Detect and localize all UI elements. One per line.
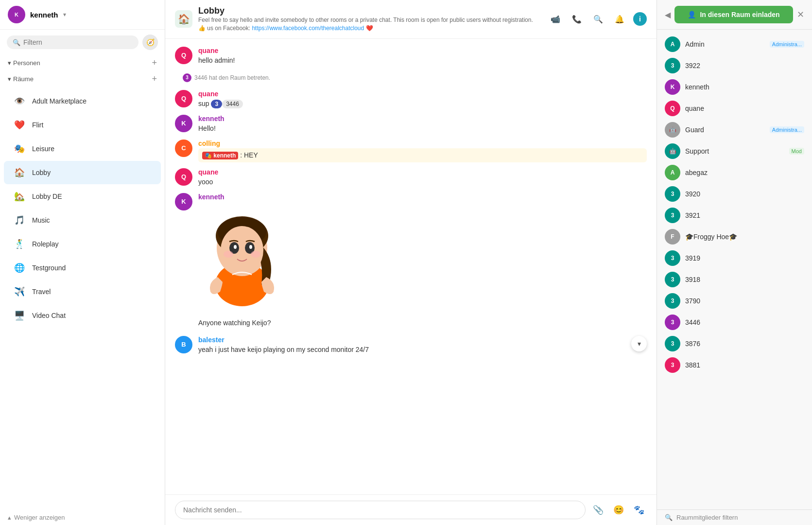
room-description: Feel free to say hello and invite somebo… (198, 16, 538, 33)
message-username: kenneth (198, 193, 647, 201)
message: Q quane sup 33446 (175, 90, 647, 109)
add-personen-button[interactable]: + (152, 58, 157, 68)
add-room-button[interactable]: + (152, 74, 157, 84)
invite-button[interactable]: 👤 In diesen Raum einladen (674, 6, 793, 23)
mention: 🎭 kenneth (202, 152, 238, 159)
avatar: B (175, 336, 192, 353)
info-button[interactable]: i (633, 12, 647, 26)
member-avatar: 3 (665, 336, 680, 351)
emoji-button[interactable]: 😊 (611, 502, 626, 518)
search-button[interactable]: 🔍 (590, 11, 606, 27)
member-item[interactable]: 3 3921 (657, 205, 812, 226)
message-text: yooo (198, 177, 647, 187)
user-avatar: K (8, 6, 25, 23)
member-avatar: 3 (665, 250, 680, 266)
sidebar-item-lobby[interactable]: 🏠 Lobby (4, 161, 161, 184)
sidebar-item-travel[interactable]: ✈️ Travel (4, 280, 161, 303)
room-icon: 🖥️ (12, 308, 27, 323)
room-name: Testground (32, 264, 66, 272)
message-input[interactable] (175, 501, 586, 519)
member-name: Admin (685, 40, 765, 48)
member-item[interactable]: 🤖 Support Mod (657, 140, 812, 162)
avatar: Q (175, 90, 192, 107)
search-input[interactable] (23, 38, 133, 46)
sidebar-user[interactable]: K kenneth ▾ (8, 6, 66, 23)
message-username: kenneth (198, 115, 647, 122)
member-item[interactable]: 3 3446 (657, 312, 812, 333)
member-item[interactable]: Q quane (657, 98, 812, 119)
sidebar-item-testground[interactable]: 🌐 Testground (4, 256, 161, 280)
person-add-icon: 👤 (688, 11, 696, 18)
show-less-button[interactable]: ▴ Weniger anzeigen (0, 510, 165, 525)
phone-button[interactable]: 📞 (569, 11, 585, 27)
panel-collapse-button[interactable]: ◀ (665, 10, 671, 19)
room-name: Lobby DE (32, 192, 62, 200)
system-message: 3 3446 hat den Raum betreten. (175, 71, 647, 84)
member-item[interactable]: A Admin Administra... (657, 34, 812, 55)
message: B balester yeah i just have keijo playin… (175, 336, 647, 355)
member-item[interactable]: 3 3918 (657, 269, 812, 290)
personen-section[interactable]: ▾ Personen + (0, 55, 165, 71)
attachment-button[interactable]: 📎 (590, 502, 606, 518)
search-box: 🔍 (7, 35, 138, 49)
messages-area: Q quane hello admin! 3 3446 hat den Raum… (165, 39, 657, 494)
room-link[interactable]: https://www.facebook.com/therealchatclou… (252, 25, 364, 32)
member-avatar: 3 (665, 293, 680, 309)
msg-content: kenneth Hello! (198, 115, 647, 134)
chat-header: 🏠 Lobby Feel free to say hello and invit… (165, 0, 657, 39)
sidebar-item-music[interactable]: 🎵 Music (4, 209, 161, 232)
raume-section[interactable]: ▾ Räume + (0, 71, 165, 87)
video-button[interactable]: 📹 (548, 11, 563, 27)
member-item[interactable]: A abegaz (657, 162, 812, 183)
sidebar-item-leisure[interactable]: 🎭 Leisure (4, 137, 161, 160)
chevron-down-icon: ▾ (8, 75, 11, 83)
message: C colling 🎭 kenneth : HEY (175, 140, 647, 162)
member-item[interactable]: 3 3922 (657, 55, 812, 76)
member-name: 3920 (685, 190, 804, 198)
msg-content: balester yeah i just have keijo playing … (198, 336, 625, 355)
room-name: Lobby (32, 169, 51, 176)
member-badge: Administra... (770, 41, 804, 48)
member-item[interactable]: 3 3919 (657, 247, 812, 269)
svg-point-11 (251, 251, 260, 258)
member-item[interactable]: F 🎓Froggy Hoe🎓 (657, 226, 812, 247)
panel-close-button[interactable]: ✕ (797, 9, 804, 20)
sidebar-item-adult-marketplace[interactable]: 👁️ Adult Marketplace (4, 89, 161, 113)
main-chat: 🏠 Lobby Feel free to say hello and invit… (165, 0, 657, 525)
member-name: quane (685, 105, 804, 112)
sidebar-item-roleplay[interactable]: 🕺 Roleplay (4, 232, 161, 256)
member-name: 3921 (685, 211, 804, 219)
member-name: 3881 (685, 361, 804, 369)
member-item[interactable]: K kenneth (657, 76, 812, 98)
avatar: K (175, 115, 192, 132)
scroll-to-bottom-button[interactable]: ▾ (631, 336, 647, 351)
message-username: balester (198, 336, 625, 344)
sidebar-username: kenneth (30, 11, 58, 19)
member-search-label: Raummitglieder filtern (676, 514, 738, 521)
avatar: K (175, 193, 192, 210)
chat-input-area: 📎 😊 🐾 (165, 494, 657, 525)
member-item[interactable]: 🤖 Guard Administra... (657, 119, 812, 140)
member-item[interactable]: 3 3881 (657, 354, 812, 376)
member-item[interactable]: 3 3876 (657, 333, 812, 354)
compass-button[interactable]: 🧭 (142, 35, 158, 50)
chat-header-actions: 📹 📞 🔍 🔔 i (548, 11, 647, 27)
member-item[interactable]: 3 3920 (657, 183, 812, 205)
member-name: 3918 (685, 276, 804, 283)
svg-point-9 (249, 245, 252, 249)
sidebar-item-flirt[interactable]: ❤️ Flirt (4, 113, 161, 137)
room-icon: 🌐 (12, 260, 27, 276)
message: K kenneth Hello! (175, 115, 647, 134)
message-text: yeah i just have keijo playing on my sec… (198, 345, 625, 355)
member-search[interactable]: 🔍 Raummitglieder filtern (657, 509, 812, 525)
member-name: Support (685, 147, 784, 155)
notifications-button[interactable]: 🔔 (612, 11, 627, 27)
sticker-button[interactable]: 🐾 (631, 502, 647, 518)
message-username: quane (198, 47, 647, 54)
sidebar-item-lobby-de[interactable]: 🏡 Lobby DE (4, 185, 161, 208)
room-name: Music (32, 216, 50, 224)
mention-badge: 3 (211, 100, 222, 108)
sidebar-item-video-chat[interactable]: 🖥️ Video Chat (4, 304, 161, 327)
member-avatar: 🤖 (665, 122, 680, 138)
member-item[interactable]: 3 3790 (657, 290, 812, 312)
